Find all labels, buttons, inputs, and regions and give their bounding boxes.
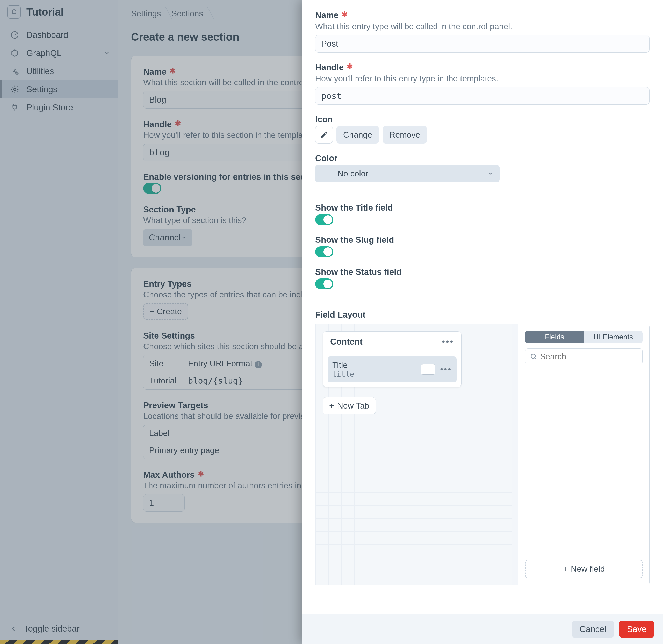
cancel-button[interactable]: Cancel (572, 621, 614, 638)
color-select[interactable]: No color (315, 165, 500, 182)
layout-tab-card: Content ••• Title title ••• (323, 331, 461, 387)
show-status-label: Show the Status field (315, 267, 649, 277)
svg-point-3 (531, 354, 535, 358)
remove-icon-button[interactable]: Remove (383, 126, 427, 143)
search-icon (530, 353, 537, 360)
icon-preview (315, 126, 333, 143)
et-handle-input[interactable]: post (315, 87, 649, 105)
et-color-label: Color (315, 153, 649, 163)
entry-type-slideout: Name✱ What this entry type will be calle… (302, 0, 663, 644)
field-chip-name: Title (332, 360, 354, 370)
plus-icon: + (563, 564, 568, 574)
show-status-toggle[interactable] (315, 279, 333, 289)
et-name-input[interactable]: Post (315, 35, 649, 52)
field-chip-title[interactable]: Title title ••• (328, 356, 457, 382)
field-search-input[interactable] (525, 349, 643, 364)
et-handle-label: Handle✱ (315, 62, 649, 72)
tab-ui-elements[interactable]: UI Elements (584, 331, 643, 343)
layout-tab-header[interactable]: Content ••• (323, 332, 461, 352)
show-slug-toggle[interactable] (315, 246, 333, 257)
more-icon[interactable]: ••• (442, 337, 454, 347)
designer-canvas[interactable]: Content ••• Title title ••• (316, 324, 512, 585)
new-field-button[interactable]: + New field (525, 559, 643, 578)
show-title-label: Show the Title field (315, 203, 649, 213)
designer-tabs: Fields UI Elements (525, 331, 643, 343)
tab-fields[interactable]: Fields (525, 331, 584, 343)
et-handle-help: How you'll refer to this entry type in t… (315, 74, 649, 83)
show-title-toggle[interactable] (315, 214, 333, 225)
field-width-input[interactable] (421, 364, 435, 375)
field-search (525, 349, 643, 364)
divider (315, 192, 649, 193)
more-icon[interactable]: ••• (440, 364, 452, 374)
slideout-body: Name✱ What this entry type will be calle… (302, 0, 663, 614)
et-name-label: Name✱ (315, 10, 649, 20)
pen-icon (320, 130, 328, 139)
designer-sidebar: Fields UI Elements + New field (518, 324, 649, 585)
show-slug-label: Show the Slug field (315, 235, 649, 245)
field-layout-label: Field Layout (315, 310, 649, 320)
save-button[interactable]: Save (619, 621, 654, 638)
divider (315, 299, 649, 299)
new-tab-button[interactable]: + New Tab (323, 397, 376, 415)
et-icon-label: Icon (315, 114, 649, 124)
change-icon-button[interactable]: Change (337, 126, 379, 143)
et-name-help: What this entry type will be called in t… (315, 22, 649, 31)
chevron-down-icon (488, 171, 494, 177)
svg-line-4 (535, 358, 536, 359)
field-layout-designer: Content ••• Title title ••• (315, 324, 649, 585)
slideout-footer: Cancel Save (302, 614, 663, 644)
plus-icon: + (329, 401, 334, 410)
field-chip-handle: title (332, 370, 354, 379)
icon-controls: Change Remove (315, 126, 649, 143)
